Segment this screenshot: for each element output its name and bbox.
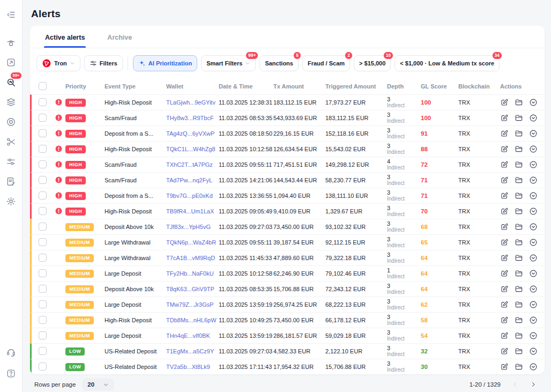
chevron-circle-icon[interactable]	[529, 129, 538, 138]
edit-icon[interactable]	[500, 145, 509, 153]
sidebar-item-help[interactable]	[5, 367, 17, 379]
wallet-link[interactable]: TQkC1L...W4hZg8	[166, 146, 215, 152]
chevron-circle-icon[interactable]	[529, 347, 538, 356]
chip-fraud-scam[interactable]: Fraud / Scam2	[302, 55, 350, 71]
folder-icon[interactable]	[515, 300, 523, 309]
chip-tron[interactable]: Tron	[36, 55, 80, 71]
row-checkbox[interactable]	[39, 129, 47, 137]
wallet-link[interactable]: TV2a5b...Xt8Lk9	[166, 364, 210, 370]
folder-icon[interactable]	[515, 285, 523, 293]
row-checkbox[interactable]	[39, 176, 47, 184]
chevron-circle-icon[interactable]	[529, 114, 538, 122]
sidebar-item-alerts[interactable]: 99+	[5, 76, 17, 88]
wallet-link[interactable]: TMw79Z...Jr3GsP	[166, 301, 214, 308]
wallet-link[interactable]: T1EgMx...a5Cz9Y	[166, 348, 214, 354]
edit-icon[interactable]	[500, 129, 509, 138]
row-checkbox[interactable]	[39, 160, 47, 168]
folder-icon[interactable]	[515, 98, 523, 107]
chip-1-000-low-medium-tx-score[interactable]: < $1,000 · Low & Medium tx score34	[394, 55, 500, 71]
chevron-circle-icon[interactable]	[529, 98, 538, 107]
sidebar-item-report[interactable]	[5, 175, 17, 187]
folder-icon[interactable]	[515, 269, 523, 278]
rows-per-page-select[interactable]: 20	[82, 378, 114, 391]
chevron-circle-icon[interactable]	[529, 269, 538, 278]
folder-icon[interactable]	[515, 238, 523, 247]
tab-active-alerts[interactable]: Active alerts	[44, 26, 86, 48]
row-checkbox[interactable]	[39, 98, 47, 106]
row-checkbox[interactable]	[39, 316, 47, 324]
edit-icon[interactable]	[500, 331, 509, 340]
sidebar-item-scissors[interactable]	[5, 136, 17, 147]
wallet-link[interactable]: TXhC2T...tA7PGz	[166, 161, 213, 168]
wallet-link[interactable]: TAd7Pw...nq2FyL	[166, 177, 212, 183]
folder-icon[interactable]	[515, 331, 523, 340]
edit-icon[interactable]	[500, 238, 509, 247]
sidebar-item-detective[interactable]	[5, 36, 17, 48]
wallet-link[interactable]: TFy2Hb...NaF0kU	[166, 270, 214, 277]
folder-icon[interactable]	[515, 160, 523, 169]
chevron-circle-icon[interactable]	[529, 363, 538, 371]
sidebar-item-compass[interactable]	[5, 56, 17, 68]
folder-icon[interactable]	[515, 316, 523, 324]
prev-page-button[interactable]	[511, 381, 519, 388]
sidebar-item-support[interactable]	[5, 346, 17, 358]
edit-icon[interactable]	[500, 285, 509, 293]
folder-icon[interactable]	[515, 363, 523, 371]
edit-icon[interactable]	[500, 347, 509, 356]
select-all-checkbox[interactable]	[39, 82, 47, 90]
row-checkbox[interactable]	[39, 331, 47, 339]
chevron-circle-icon[interactable]	[529, 285, 538, 293]
chevron-circle-icon[interactable]	[529, 160, 538, 169]
row-checkbox[interactable]	[39, 223, 47, 231]
sidebar-collapse-button[interactable]	[5, 9, 17, 20]
chevron-circle-icon[interactable]	[529, 176, 538, 184]
folder-icon[interactable]	[515, 254, 523, 262]
wallet-link[interactable]: T8qK63...GhV9TP	[166, 286, 214, 292]
wallet-link[interactable]: THy8w3...R9TbcF	[166, 115, 214, 121]
sidebar-item-token[interactable]	[5, 116, 17, 128]
sidebar-item-settings[interactable]	[5, 195, 17, 207]
edit-icon[interactable]	[500, 223, 509, 231]
chevron-circle-icon[interactable]	[529, 223, 538, 231]
chevron-circle-icon[interactable]	[529, 191, 538, 200]
chip-smart-filters[interactable]: Smart Filters99+	[201, 55, 256, 71]
folder-icon[interactable]	[515, 347, 523, 356]
row-checkbox[interactable]	[39, 114, 47, 122]
row-checkbox[interactable]	[39, 238, 47, 246]
wallet-link[interactable]: TLaGjwh...9eGYitv	[166, 99, 215, 106]
edit-icon[interactable]	[500, 207, 509, 216]
edit-icon[interactable]	[500, 160, 509, 169]
chip-filters[interactable]: Filters	[84, 55, 123, 71]
edit-icon[interactable]	[500, 176, 509, 184]
folder-icon[interactable]	[515, 129, 523, 138]
chip-ai-prioritization[interactable]: AI Prioritization	[133, 55, 197, 71]
chevron-circle-icon[interactable]	[529, 254, 538, 262]
edit-icon[interactable]	[500, 191, 509, 200]
wallet-link[interactable]: TAg4zQ...6yVXwP	[166, 130, 214, 137]
wallet-link[interactable]: TJf83x...YpH5vG	[166, 224, 211, 230]
wallet-link[interactable]: THn4qE...vIf0BK	[166, 332, 210, 339]
row-checkbox[interactable]	[39, 207, 47, 215]
wallet-link[interactable]: T9bv7G...pE0xKd	[166, 193, 213, 199]
wallet-link[interactable]: TB9fR4...Um1LaX	[166, 208, 214, 215]
chevron-circle-icon[interactable]	[529, 331, 538, 340]
sidebar-item-sliders[interactable]	[5, 156, 17, 167]
folder-icon[interactable]	[515, 114, 523, 122]
folder-icon[interactable]	[515, 223, 523, 231]
chip-sanctions[interactable]: Sanctions5	[259, 55, 299, 71]
chevron-circle-icon[interactable]	[529, 316, 538, 324]
chevron-circle-icon[interactable]	[529, 207, 538, 216]
sidebar-item-layers[interactable]	[5, 96, 17, 108]
folder-icon[interactable]	[515, 145, 523, 153]
folder-icon[interactable]	[515, 191, 523, 200]
edit-icon[interactable]	[500, 254, 509, 262]
folder-icon[interactable]	[515, 176, 523, 184]
edit-icon[interactable]	[500, 114, 509, 122]
edit-icon[interactable]	[500, 269, 509, 278]
wallet-link[interactable]: TQkN6p...WaZ4bR	[166, 239, 216, 246]
folder-icon[interactable]	[515, 207, 523, 216]
row-checkbox[interactable]	[39, 347, 47, 355]
edit-icon[interactable]	[500, 300, 509, 309]
row-checkbox[interactable]	[39, 285, 47, 293]
wallet-link[interactable]: T7cA1B...vM9RqD	[166, 255, 215, 261]
